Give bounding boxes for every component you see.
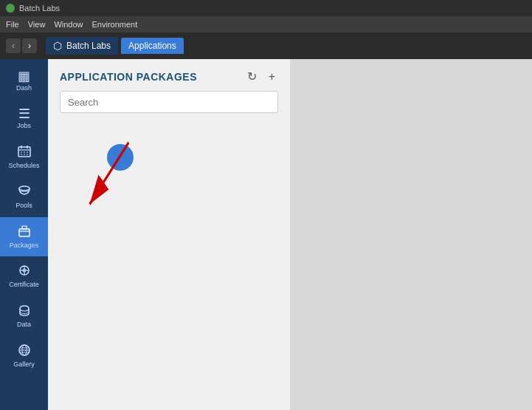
pools-icon: [18, 185, 31, 200]
content-title: APPLICATION PACKAGES: [60, 71, 197, 83]
tab-applications-label: Applications: [128, 41, 176, 51]
arrow-annotation: [48, 122, 290, 410]
menu-file[interactable]: File: [6, 20, 19, 29]
packages-label: Packages: [10, 242, 39, 250]
certificate-label: Certificate: [9, 281, 39, 289]
title-bar-text: Batch Labs: [19, 4, 60, 13]
svg-rect-12: [19, 229, 30, 236]
sidebar-item-schedules[interactable]: Schedules: [0, 137, 48, 177]
sidebar-item-data[interactable]: Data: [0, 296, 48, 336]
menu-environment[interactable]: Environment: [92, 20, 138, 29]
tab-applications[interactable]: Applications: [121, 38, 184, 54]
data-label: Data: [17, 321, 31, 329]
batchlabs-icon: ⬡: [53, 40, 62, 52]
right-panel: [290, 59, 532, 410]
add-button[interactable]: +: [266, 69, 278, 85]
svg-point-10: [19, 186, 30, 191]
certificate-icon: [18, 264, 31, 279]
gallery-icon: [18, 344, 31, 359]
search-bar-wrapper: [48, 91, 290, 122]
menu-window[interactable]: Window: [54, 20, 83, 29]
header-actions: ↻ +: [244, 68, 278, 85]
sidebar: ▦ Dash ☰ Jobs: [0, 59, 48, 410]
nav-arrows: ‹ ›: [6, 38, 37, 53]
app-tab-batchlabs[interactable]: ⬡ Batch Labs: [46, 37, 118, 55]
batchlabs-label: Batch Labs: [66, 41, 111, 51]
dash-label: Dash: [16, 85, 32, 92]
app-icon: [6, 4, 15, 13]
menu-view[interactable]: View: [28, 20, 46, 29]
main-layout: ▦ Dash ☰ Jobs: [0, 59, 532, 410]
gallery-label: Gallery: [13, 361, 35, 369]
schedules-icon: [18, 145, 31, 160]
sidebar-item-dash[interactable]: ▦ Dash: [0, 62, 48, 100]
content-area: APPLICATION PACKAGES ↻ +: [48, 59, 290, 410]
nav-back[interactable]: ‹: [6, 38, 21, 53]
data-icon: [18, 304, 31, 319]
dash-icon: ▦: [18, 69, 30, 83]
packages-icon: [18, 225, 31, 240]
jobs-icon: ☰: [18, 107, 30, 120]
menu-bar: File View Window Environment: [0, 16, 532, 33]
loading-spinner: [107, 144, 134, 171]
search-input[interactable]: [60, 91, 278, 113]
sidebar-item-pools[interactable]: Pools: [0, 177, 48, 217]
nav-forward[interactable]: ›: [22, 38, 37, 53]
title-bar: Batch Labs: [0, 0, 532, 16]
tab-bar: ‹ › ⬡ Batch Labs Applications: [0, 33, 532, 59]
content-header: APPLICATION PACKAGES ↻ +: [48, 59, 290, 91]
sidebar-item-certificate[interactable]: Certificate: [0, 256, 48, 296]
sidebar-item-packages[interactable]: Packages: [0, 217, 48, 257]
jobs-label: Jobs: [17, 123, 31, 130]
sidebar-item-gallery[interactable]: Gallery: [0, 336, 48, 376]
loading-area: [48, 122, 290, 410]
sidebar-item-jobs[interactable]: ☰ Jobs: [0, 100, 48, 137]
schedules-label: Schedules: [8, 163, 39, 170]
pools-label: Pools: [15, 202, 32, 210]
refresh-button[interactable]: ↻: [244, 68, 260, 85]
